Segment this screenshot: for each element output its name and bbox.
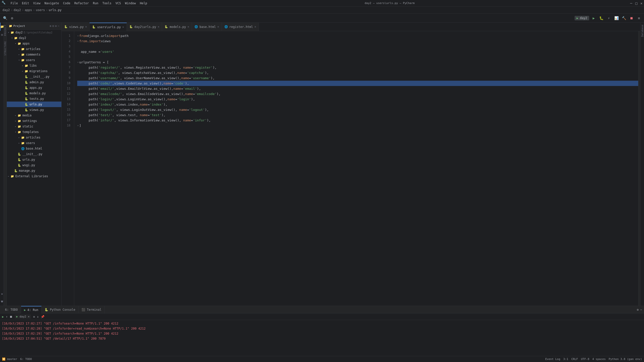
bottom-close-icon[interactable]: − bbox=[640, 308, 642, 311]
run-clear-icon[interactable]: ≡ bbox=[33, 315, 35, 319]
project-icon-collapse[interactable]: ⊟ bbox=[52, 24, 54, 28]
coverage-btn[interactable]: ⚡ bbox=[606, 15, 612, 21]
tree-item-articles[interactable]: ▸ 📁 articles bbox=[7, 135, 61, 140]
tree-item-libs[interactable]: ▸ 📁 libs bbox=[7, 63, 61, 68]
tree-item-migrations[interactable]: ▸ 📁 migrations bbox=[7, 68, 61, 74]
run-tab-label[interactable]: ▶ day2 ✕ bbox=[15, 314, 31, 319]
run-btn[interactable]: ▶ bbox=[591, 15, 597, 21]
minimize-btn[interactable]: ─ bbox=[630, 1, 632, 5]
tab-close-models[interactable]: ✕ bbox=[187, 25, 189, 28]
toolbar-icon-settings[interactable]: ⚙ bbox=[9, 15, 15, 21]
menu-view[interactable]: View bbox=[31, 0, 43, 7]
project-icon-settings[interactable]: ⚙ bbox=[55, 24, 57, 28]
tab-base-html[interactable]: 🌐 base.html ✕ bbox=[192, 23, 222, 31]
tab-views[interactable]: 🐍 views.py ✕ bbox=[62, 23, 90, 31]
code-line-16[interactable]: path('test/', views.test, name='test'), bbox=[77, 112, 638, 118]
tree-item-external-libraries[interactable]: ▸ 📁 External Libraries bbox=[7, 173, 61, 179]
tab-close-base-html[interactable]: ✕ bbox=[217, 25, 219, 28]
tab-close-urls-users[interactable]: ✕ bbox=[122, 25, 124, 29]
activity-bookmarks[interactable]: ★ bbox=[0, 290, 4, 298]
code-content[interactable]: ▾from django.urls import path▾from . imp… bbox=[74, 31, 638, 306]
menu-run[interactable]: Run bbox=[91, 0, 100, 7]
tree-item-urls-py[interactable]: 🐍 urls.py bbox=[7, 157, 61, 162]
maximize-btn[interactable]: □ bbox=[635, 1, 637, 5]
code-line-3[interactable] bbox=[77, 44, 638, 49]
status-indent[interactable]: 4 spaces bbox=[592, 357, 606, 361]
bottom-tab-run[interactable]: ▶ 4: Run bbox=[21, 306, 42, 313]
run-stop-icon[interactable]: ⏹ bbox=[10, 315, 13, 319]
project-icon-add[interactable]: ⊕ bbox=[50, 24, 52, 28]
build-btn[interactable]: 🔨 bbox=[621, 15, 627, 21]
tree-item-wsgi-py[interactable]: 🐍 wsgi.py bbox=[7, 162, 61, 168]
menu-code[interactable]: Code bbox=[61, 0, 72, 7]
menu-window[interactable]: Window bbox=[123, 0, 138, 7]
run-config[interactable]: ▶ day2 bbox=[575, 16, 589, 20]
tree-item-users[interactable]: ▾ 📁 users bbox=[7, 57, 61, 63]
close-btn[interactable]: ✕ bbox=[640, 1, 642, 5]
bc-item-3[interactable]: apps bbox=[25, 8, 32, 12]
tree-item-manage-py[interactable]: 🐍 manage.py bbox=[7, 168, 61, 173]
bc-item-4[interactable]: users bbox=[36, 8, 45, 12]
tab-close-views[interactable]: ✕ bbox=[85, 25, 87, 28]
tree-item-admin-py[interactable]: 🐍 admin.py bbox=[7, 79, 61, 85]
tree-item-views-py[interactable]: 🐍 views.py bbox=[7, 107, 61, 113]
code-line-18[interactable]: ▾] bbox=[77, 123, 638, 128]
activity-structure[interactable]: ≡ bbox=[0, 31, 4, 39]
tree-item-base-html[interactable]: 🌐 base.html bbox=[7, 146, 61, 151]
code-line-5[interactable] bbox=[77, 54, 638, 60]
bc-item-2[interactable]: day2 bbox=[14, 8, 21, 12]
project-icon-close[interactable]: − bbox=[58, 24, 59, 28]
project-label[interactable]: Project bbox=[4, 25, 7, 36]
run-wrap-icon[interactable]: ↕ bbox=[37, 315, 39, 319]
status-encoding[interactable]: UTF-8 bbox=[581, 357, 589, 361]
status-git[interactable]: 🔀 master bbox=[2, 357, 17, 361]
tab-urls-users[interactable]: 🐍 users\urls.py ✕ bbox=[90, 23, 127, 31]
bottom-tab-todo[interactable]: 6: TODO bbox=[2, 306, 21, 313]
tree-item-apps-py[interactable]: 🐍 apps.py bbox=[7, 85, 61, 90]
tree-item-comments[interactable]: ▸ 📁 comments bbox=[7, 52, 61, 57]
tree-item-day2[interactable]: ▾ 📁 day2 E:\projectfile\day2 bbox=[7, 30, 61, 35]
activity-project[interactable]: 📁 bbox=[0, 23, 4, 31]
tree-item---init---py[interactable]: 🐍 __init__.py bbox=[7, 74, 61, 79]
structure-label[interactable]: Structure bbox=[4, 41, 7, 56]
code-line-15[interactable]: path('logout/', views.LoginOutView.as_vi… bbox=[77, 107, 638, 112]
bottom-settings-icon[interactable]: ⚙ bbox=[637, 308, 639, 311]
status-position[interactable]: 3:1 bbox=[563, 357, 568, 361]
minimap[interactable] bbox=[638, 31, 640, 306]
bottom-log-content[interactable]: [16/Oct/2023 17:02:27] "GET /info?search… bbox=[0, 320, 644, 356]
fold-arrow-18[interactable]: ▾ bbox=[77, 123, 79, 128]
tree-item-media[interactable]: ▸ 📁 media bbox=[7, 113, 61, 118]
tab-close-register-html[interactable]: ✕ bbox=[255, 25, 256, 28]
run-scroll-icon[interactable]: ↑ bbox=[6, 315, 8, 319]
more-btn[interactable]: ≡ bbox=[636, 15, 642, 21]
bc-item-1[interactable]: day2 bbox=[3, 8, 10, 12]
tree-item-articles[interactable]: ▸ 📁 articles bbox=[7, 46, 61, 52]
run-pin-icon[interactable]: 📌 bbox=[41, 315, 45, 319]
menu-vcs[interactable]: VCS bbox=[113, 0, 123, 7]
code-line-10[interactable]: path('code/',views.CodeView.as_view(),na… bbox=[77, 81, 638, 86]
tab-urls-day2[interactable]: 🐍 day2\urls.py ✕ bbox=[127, 23, 162, 31]
tree-item-models-py[interactable]: 🐍 models.py bbox=[7, 90, 61, 96]
right-tab-database[interactable]: Database bbox=[640, 23, 644, 39]
code-line-12[interactable]: path('emailcode/', views.EmailCodeView.a… bbox=[77, 91, 638, 97]
fold-arrow-6[interactable]: ▾ bbox=[77, 60, 79, 65]
profile-btn[interactable]: 📊 bbox=[613, 15, 619, 21]
menu-refactor[interactable]: Refactor bbox=[72, 0, 91, 7]
tree-item-tests-py[interactable]: 🐍 tests.py bbox=[7, 96, 61, 102]
tab-models[interactable]: 🐍 models.py ✕ bbox=[162, 23, 192, 31]
tree-item-urls-py[interactable]: 🐍 urls.py bbox=[7, 102, 61, 107]
tab-register-html[interactable]: 🌐 register.html ✕ bbox=[222, 23, 259, 31]
menu-navigate[interactable]: Navigate bbox=[43, 0, 61, 7]
stop-btn[interactable]: ⏹ bbox=[628, 15, 634, 21]
activity-favorites[interactable]: ♥ bbox=[0, 298, 4, 306]
run-restart-icon[interactable]: ▶ bbox=[2, 315, 4, 319]
status-python[interactable]: Python 3.8 (gan env) bbox=[609, 357, 642, 361]
code-line-8[interactable]: path('captcha/', views.CaptchaView.as_vi… bbox=[77, 70, 638, 75]
menu-file[interactable]: File bbox=[9, 0, 20, 7]
status-todo[interactable]: 6: TODO bbox=[20, 357, 32, 361]
menu-edit[interactable]: Edit bbox=[20, 0, 31, 7]
fold-arrow-2[interactable]: ▾ bbox=[77, 38, 79, 44]
tree-item-day2[interactable]: ▾ 📁 day2 bbox=[7, 35, 61, 41]
bc-item-5[interactable]: urls.py bbox=[49, 8, 62, 12]
menu-help[interactable]: Help bbox=[138, 0, 149, 7]
